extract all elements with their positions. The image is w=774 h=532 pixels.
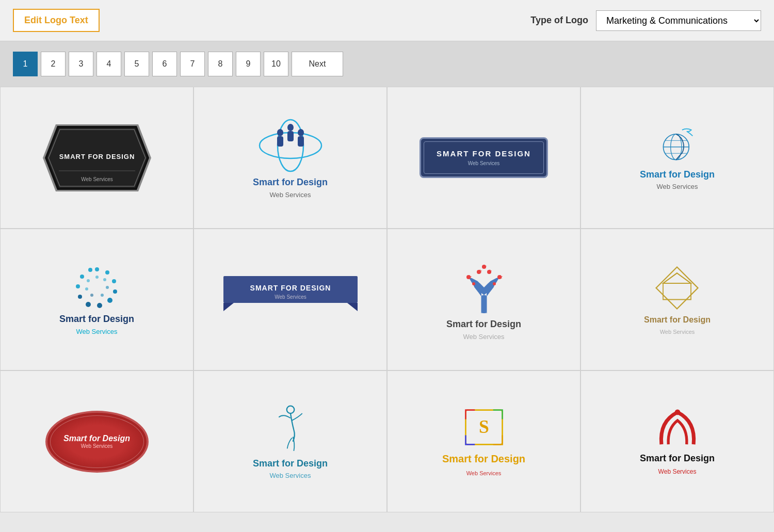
logo-type-section: Type of Logo Marketing & Communications … xyxy=(530,10,761,31)
svg-point-33 xyxy=(106,286,109,289)
page-button-1[interactable]: 1 xyxy=(13,52,38,76)
logo-6-inner: SMART FOR DESIGN Web Services xyxy=(223,276,358,324)
page-button-9[interactable]: 9 xyxy=(236,52,261,76)
page-button-7[interactable]: 7 xyxy=(180,52,205,76)
logo-4-inner: Smart for Design Web Services xyxy=(640,125,715,190)
logo-7-inner: ★ ★ ★ ★ ★ Smart for Design Web Services xyxy=(446,259,521,341)
logo-cell-11[interactable]: S Smart for Design Web Services xyxy=(387,370,580,512)
logo-cell-1[interactable]: SMART FOR DESIGN Web Services xyxy=(0,87,194,229)
logo-11-sub: Web Services xyxy=(466,470,502,476)
svg-marker-58 xyxy=(663,273,691,283)
page-button-3[interactable]: 3 xyxy=(69,52,93,76)
svg-point-36 xyxy=(85,287,88,291)
logo-4-sub: Web Services xyxy=(657,183,698,190)
logo-cell-8[interactable]: Smart for Design Web Services xyxy=(580,229,774,370)
logo-3-sub: Web Services xyxy=(468,160,500,166)
svg-text:SMART FOR DESIGN: SMART FOR DESIGN xyxy=(59,153,135,160)
logo-12-inner: Smart for Design Web Services xyxy=(640,408,715,475)
page-button-6[interactable]: 6 xyxy=(152,52,177,76)
oval-red-logo: Smart for Design Web Services xyxy=(45,411,149,473)
logo-10-sub: Web Services xyxy=(270,472,311,479)
logo-cell-7[interactable]: ★ ★ ★ ★ ★ Smart for Design Web Services xyxy=(387,229,580,370)
navy-badge-logo: Smart for Design Web Services xyxy=(420,137,548,178)
logo-cell-2[interactable]: Smart for Design Web Services xyxy=(194,87,387,229)
svg-marker-40 xyxy=(347,303,358,311)
logo-3-title: Smart for Design xyxy=(437,149,531,158)
logo-type-select[interactable]: Marketing & Communications Technology Fi… xyxy=(596,10,761,31)
logo-10-inner: Smart for Design Web Services xyxy=(253,404,328,479)
svg-point-32 xyxy=(103,278,106,281)
page-button-10[interactable]: 10 xyxy=(264,52,288,76)
svg-text:★: ★ xyxy=(498,274,503,280)
svg-point-28 xyxy=(76,284,80,288)
svg-point-59 xyxy=(286,406,294,413)
svg-text:Web Services: Web Services xyxy=(275,294,307,300)
page-button-8[interactable]: 8 xyxy=(208,52,233,76)
svg-text:★: ★ xyxy=(467,274,472,280)
logo-1-inner: SMART FOR DESIGN Web Services xyxy=(40,122,154,194)
ribbon-svg: SMART FOR DESIGN Web Services xyxy=(223,276,358,312)
logo-cell-5[interactable]: Smart for Design Web Services xyxy=(0,229,194,370)
svg-rect-12 xyxy=(287,131,294,141)
logo-cell-10[interactable]: Smart for Design Web Services xyxy=(194,370,387,512)
logo-5-inner: Smart for Design Web Services xyxy=(59,264,134,335)
svg-point-31 xyxy=(95,276,99,279)
logo-2-sub: Web Services xyxy=(270,191,311,199)
svg-point-21 xyxy=(105,270,109,275)
logo-8-sub: Web Services xyxy=(660,329,695,335)
logo-cell-9[interactable]: Smart for Design Web Services xyxy=(0,370,194,512)
logo-9-sub: Web Services xyxy=(81,443,113,449)
logo-cell-3[interactable]: Smart for Design Web Services xyxy=(387,87,580,229)
bracket-s-svg: S xyxy=(463,407,505,448)
svg-point-22 xyxy=(112,279,116,283)
page-button-5[interactable]: 5 xyxy=(124,52,149,76)
edit-logo-button[interactable]: Edit Logo Text xyxy=(13,9,100,32)
logo-type-label: Type of Logo xyxy=(530,15,588,26)
logo-11-inner: S Smart for Design Web Services xyxy=(442,407,525,476)
svg-point-27 xyxy=(78,295,82,299)
svg-point-23 xyxy=(113,289,117,294)
logo-cell-4[interactable]: Smart for Design Web Services xyxy=(580,87,774,229)
page-button-4[interactable]: 4 xyxy=(96,52,121,76)
svg-text:Web Services: Web Services xyxy=(81,176,113,182)
svg-point-20 xyxy=(95,267,99,271)
dots-circle-svg xyxy=(74,264,120,311)
logo-4-title: Smart for Design xyxy=(640,169,715,180)
svg-point-26 xyxy=(86,302,91,307)
svg-text:S: S xyxy=(479,416,489,437)
logo-12-title: Smart for Design xyxy=(640,453,715,464)
svg-point-13 xyxy=(298,129,304,136)
svg-text:★: ★ xyxy=(488,268,492,274)
logo-10-title: Smart for Design xyxy=(253,458,328,469)
logo-cell-6[interactable]: SMART FOR DESIGN Web Services xyxy=(194,229,387,370)
svg-rect-14 xyxy=(298,136,304,147)
logo-5-title: Smart for Design xyxy=(59,314,134,325)
svg-rect-10 xyxy=(277,136,283,147)
svg-point-9 xyxy=(277,129,283,136)
ribbon-wrapper: SMART FOR DESIGN Web Services xyxy=(223,276,358,314)
logo-grid: SMART FOR DESIGN Web Services Smart for … xyxy=(0,87,774,512)
hex-badge-logo: SMART FOR DESIGN Web Services xyxy=(40,122,154,194)
svg-point-11 xyxy=(287,124,294,131)
pagination-bar: 1 2 3 4 5 6 7 8 9 10 Next xyxy=(0,41,774,87)
next-button[interactable]: Next xyxy=(292,52,343,76)
logo-11-title: Smart for Design xyxy=(442,453,525,465)
svg-point-50 xyxy=(493,282,496,285)
globe-svg xyxy=(657,125,698,167)
diamond-house-svg xyxy=(654,265,700,311)
svg-point-30 xyxy=(88,268,92,272)
page-button-2[interactable]: 2 xyxy=(41,52,66,76)
logo-9-inner: Smart for Design Web Services xyxy=(45,411,149,473)
svg-point-62 xyxy=(674,410,680,415)
svg-text:SMART FOR DESIGN: SMART FOR DESIGN xyxy=(250,284,331,292)
tree-stars-svg: ★ ★ ★ ★ ★ xyxy=(453,259,515,316)
hex-badge-svg: SMART FOR DESIGN Web Services xyxy=(40,122,154,194)
svg-point-49 xyxy=(472,282,475,285)
svg-point-34 xyxy=(101,294,104,297)
svg-point-29 xyxy=(80,275,84,279)
svg-point-24 xyxy=(107,298,112,303)
svg-rect-43 xyxy=(481,295,487,313)
svg-point-35 xyxy=(90,294,93,297)
logo-8-title: Smart for Design xyxy=(644,315,711,325)
logo-cell-12[interactable]: Smart for Design Web Services xyxy=(580,370,774,512)
